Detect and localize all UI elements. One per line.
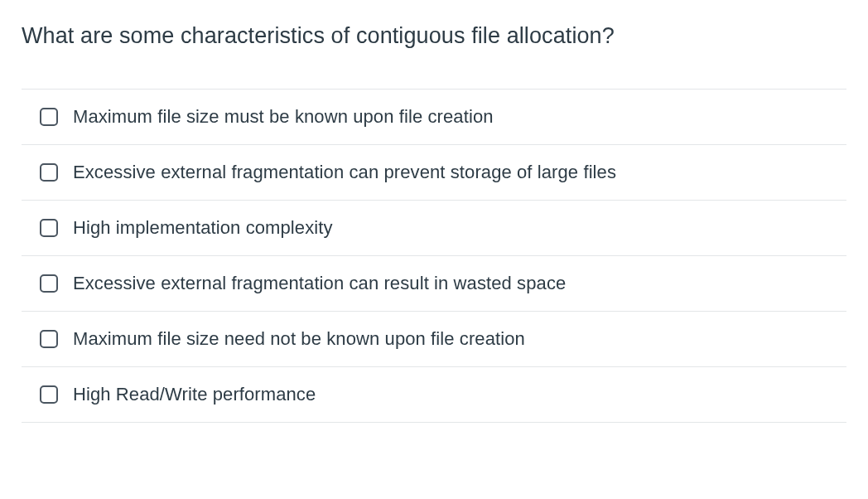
checkbox-icon[interactable] [40,108,58,126]
question-title: What are some characteristics of contigu… [22,23,846,49]
checkbox-icon[interactable] [40,385,58,404]
option-row[interactable]: High implementation complexity [22,201,846,256]
option-label: High Read/Write performance [73,384,316,405]
options-list: Maximum file size must be known upon fil… [22,89,846,423]
checkbox-icon[interactable] [40,330,58,348]
option-row[interactable]: Excessive external fragmentation can pre… [22,145,846,201]
option-label: Excessive external fragmentation can pre… [73,162,616,183]
option-label: High implementation complexity [73,217,333,239]
checkbox-icon[interactable] [40,219,58,237]
option-row[interactable]: Maximum file size must be known upon fil… [22,90,846,145]
option-label: Maximum file size need not be known upon… [73,328,525,350]
option-row[interactable]: Maximum file size need not be known upon… [22,312,846,367]
option-label: Maximum file size must be known upon fil… [73,106,494,128]
option-label: Excessive external fragmentation can res… [73,273,566,294]
option-row[interactable]: Excessive external fragmentation can res… [22,256,846,312]
checkbox-icon[interactable] [40,163,58,182]
option-row[interactable]: High Read/Write performance [22,367,846,423]
checkbox-icon[interactable] [40,274,58,293]
